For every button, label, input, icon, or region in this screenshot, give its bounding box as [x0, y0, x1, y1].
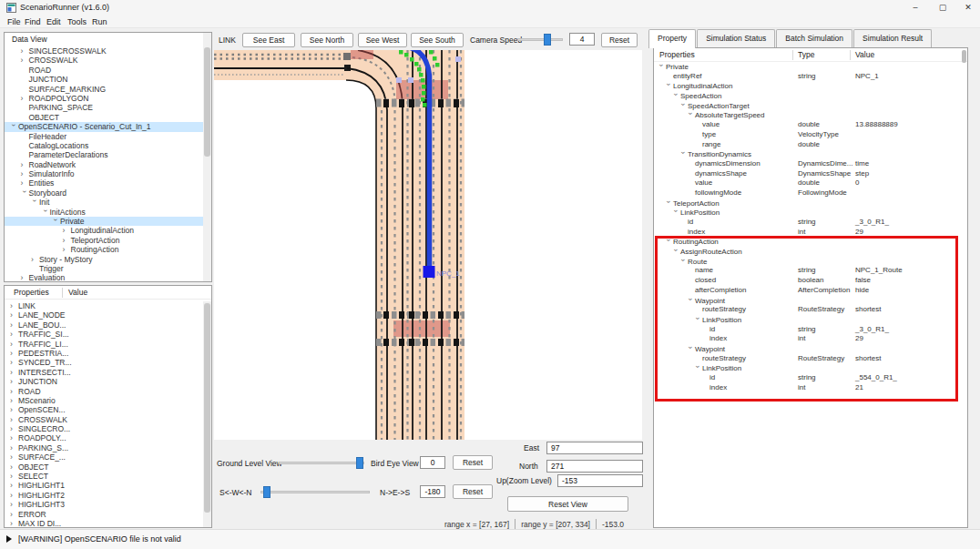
list-item[interactable]: ›ROADPOLY... [5, 433, 203, 442]
list-item[interactable]: ›LINK [5, 301, 203, 310]
tree-item[interactable]: FileHeader [5, 132, 203, 141]
tree-item[interactable]: CatalogLocations [5, 141, 203, 150]
tree-item[interactable]: ›RoadNetwork [5, 160, 203, 169]
property-row[interactable]: valuedouble0 [654, 178, 967, 188]
see-south-button[interactable]: See South [411, 33, 464, 47]
list-item[interactable]: ›TRAFFIC_SI... [5, 330, 203, 339]
property-row[interactable]: dynamicsDimensionDynamicsDime...time [654, 159, 967, 169]
expander-icon[interactable]: › [10, 330, 18, 339]
tree-item[interactable]: ›InitActions [5, 208, 203, 217]
up-zoom-input[interactable]: -153 [557, 474, 643, 487]
property-row[interactable]: ›SpeedActionTarget [654, 101, 967, 111]
list-item[interactable]: ›PARKING_S... [5, 443, 203, 452]
expand-arrow-icon[interactable] [6, 535, 12, 543]
property-row[interactable]: entityRefstringNPC_1 [654, 72, 967, 82]
property-row[interactable]: ›SpeedAction [654, 91, 967, 101]
expander-icon[interactable]: › [10, 463, 18, 472]
expander-icon[interactable]: › [10, 500, 18, 509]
expander-icon[interactable]: › [10, 415, 18, 424]
tree-item[interactable]: ›CROSSWALK [5, 56, 203, 65]
expander-icon[interactable]: › [21, 273, 29, 281]
expander-icon[interactable]: › [10, 396, 18, 405]
list-item[interactable]: ›MScenario [5, 396, 203, 405]
tree-item[interactable]: ›SINGLECROSSWALK [5, 46, 203, 56]
slider-handle[interactable] [356, 457, 363, 469]
tab-batch-simulation[interactable]: Batch Simulation [776, 29, 852, 47]
maximize-button[interactable]: ▢ [929, 1, 956, 15]
expander-icon[interactable]: › [21, 169, 29, 178]
expander-icon[interactable]: › [10, 358, 18, 367]
tree-item[interactable]: ›Evaluation [5, 273, 203, 281]
expander-icon[interactable]: › [10, 510, 18, 519]
tree-item[interactable]: ParameterDeclarations [5, 150, 203, 159]
map-view[interactable]: NPC_1 [214, 50, 642, 440]
expander-icon[interactable]: › [10, 491, 18, 500]
map-canvas[interactable]: NPC_1 [214, 50, 642, 440]
scrollbar-thumb[interactable] [204, 303, 210, 513]
tree-item[interactable]: ›Entities [5, 178, 203, 188]
expander-icon[interactable]: › [10, 320, 18, 330]
property-row[interactable]: ›LinkPosition [654, 208, 967, 218]
expander-icon[interactable]: › [10, 519, 18, 528]
bird-eye-reset-button[interactable]: Reset [453, 455, 493, 470]
scrollbar-thumb[interactable] [204, 47, 210, 157]
list-item[interactable]: ›SELECT [5, 472, 203, 481]
property-row[interactable]: ›LongitudinalAction [654, 81, 967, 91]
list-item[interactable]: ›LANE_BOU... [5, 320, 203, 330]
expander-icon[interactable]: › [10, 424, 18, 433]
left-properties-scrollbar[interactable] [203, 301, 211, 527]
expander-icon[interactable]: › [10, 310, 18, 320]
expander-icon[interactable]: › [21, 46, 29, 56]
expander-icon[interactable]: › [31, 255, 39, 264]
tree-item[interactable]: ›RoutingAction [5, 245, 203, 254]
tree-item[interactable]: ›Private [5, 217, 203, 226]
minimize-button[interactable]: – [902, 1, 929, 15]
property-row[interactable]: idstring_3_0_R1_ [654, 218, 967, 228]
list-item[interactable]: ›HIGHLIGHT2 [5, 491, 203, 500]
property-row[interactable]: followingModeFollowingMode [654, 188, 967, 198]
expander-icon[interactable]: › [10, 301, 18, 310]
tree-item[interactable]: PARKING_SPACE [5, 103, 203, 112]
list-item[interactable]: ›SINGLECRO... [5, 424, 203, 433]
npc-marker[interactable] [424, 266, 435, 278]
expander-icon[interactable]: › [21, 178, 29, 188]
expander-icon[interactable]: › [10, 433, 18, 442]
tree-item[interactable]: JUNCTION [5, 75, 203, 84]
data-view-scrollbar[interactable] [203, 33, 211, 281]
property-row[interactable]: ›Private [654, 62, 967, 72]
list-item[interactable]: ›JUNCTION [5, 377, 203, 386]
property-row[interactable]: typeVelocityType [654, 130, 967, 140]
rotation-reset-button[interactable]: Reset [453, 484, 493, 499]
list-item[interactable]: ›INTERSECTI... [5, 368, 203, 377]
list-item[interactable]: ›PEDESTRIA... [5, 349, 203, 358]
rotation-input[interactable]: -180 [420, 485, 445, 498]
expander-icon[interactable]: › [10, 481, 18, 490]
property-row[interactable]: ›AbsoluteTargetSpeed [654, 110, 967, 120]
menu-run[interactable]: Run [92, 16, 107, 28]
expander-icon[interactable]: › [10, 387, 18, 396]
expander-icon[interactable]: › [63, 236, 71, 245]
tree-item[interactable]: ›ROADPOLYGON [5, 94, 203, 103]
list-item[interactable]: ›ROAD [5, 387, 203, 396]
tree-item[interactable]: ›Story - MyStory [5, 255, 203, 264]
ground-level-slider[interactable] [279, 457, 364, 469]
tree-item[interactable]: ›LongitudinalAction [5, 226, 203, 235]
list-item[interactable]: ›HIGHLIGHT3 [5, 500, 203, 509]
menu-file[interactable]: File [7, 16, 21, 28]
list-item[interactable]: ›MAX ID DI... [5, 519, 203, 528]
rotation-slider[interactable] [260, 486, 370, 498]
list-item[interactable]: ›OpenSCEN... [5, 405, 203, 414]
tree-item[interactable]: ›Init [5, 198, 203, 207]
property-row[interactable]: rangedouble [654, 140, 967, 150]
list-item[interactable]: ›ERROR [5, 510, 203, 519]
tree-item[interactable]: ›Storyboard [5, 188, 203, 198]
expander-icon[interactable]: › [10, 349, 18, 358]
list-item[interactable]: ›LANE_NODE [5, 310, 203, 320]
list-item[interactable]: ›TRAFFIC_LI... [5, 340, 203, 349]
expander-icon[interactable]: › [10, 443, 18, 452]
list-item[interactable]: ›OBJECT [5, 463, 203, 472]
scrollbar-thumb[interactable] [962, 50, 966, 63]
tree-item[interactable]: ›TeleportAction [5, 236, 203, 245]
tree-item[interactable]: ›SimulatorInfo [5, 169, 203, 178]
tab-simulation-status[interactable]: Simulation Status [697, 29, 775, 47]
